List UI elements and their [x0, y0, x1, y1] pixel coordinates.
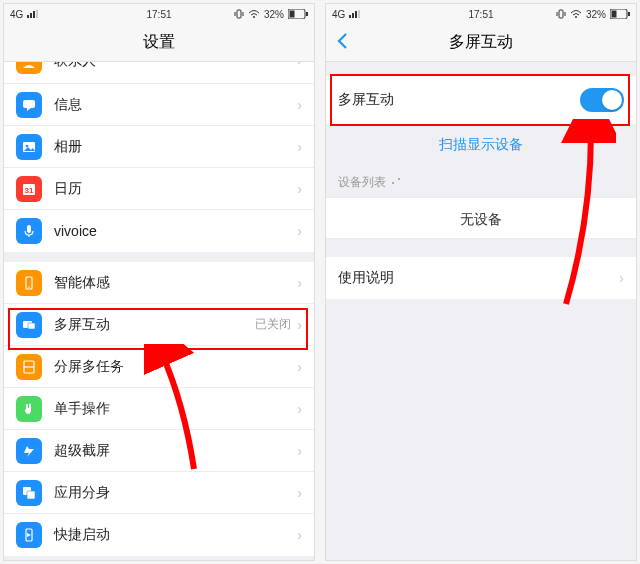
svg-rect-23 [28, 323, 35, 329]
chevron-right-icon: › [297, 97, 302, 113]
svg-rect-9 [290, 11, 295, 18]
network-label: 4G [10, 9, 23, 20]
chevron-right-icon: › [297, 359, 302, 375]
row-label: 智能体感 [54, 274, 297, 292]
row-multiscreen[interactable]: 多屏互动 已关闭 › [4, 304, 314, 346]
svg-rect-1 [30, 13, 32, 18]
row-multiscreen-toggle[interactable]: 多屏互动 [326, 76, 636, 124]
battery-icon [610, 9, 630, 19]
right-screen: 4G 17:51 32% 多屏互动 多屏互动 扫描显示设备 设备列表 无设备 [326, 4, 636, 560]
row-label: 分屏多任务 [54, 358, 297, 376]
svg-rect-18 [27, 225, 31, 233]
signal-icon [349, 10, 361, 18]
vivoice-icon [16, 218, 42, 244]
splitscreen-icon [16, 354, 42, 380]
svg-rect-0 [27, 15, 29, 18]
row-label: 使用说明 [338, 269, 619, 287]
row-value: 已关闭 [255, 316, 291, 333]
chevron-right-icon: › [619, 270, 624, 286]
row-label: 多屏互动 [54, 316, 255, 334]
row-vivoice[interactable]: vivoice › [4, 210, 314, 252]
svg-point-21 [28, 286, 30, 288]
svg-rect-31 [355, 11, 357, 18]
chevron-right-icon: › [297, 485, 302, 501]
supercapture-icon [16, 438, 42, 464]
row-contacts[interactable]: 联系人 › [4, 62, 314, 84]
nav-bar-multiscreen: 多屏互动 [326, 24, 636, 62]
chevron-left-icon [336, 32, 348, 50]
onehanded-icon [16, 396, 42, 422]
row-appclone[interactable]: 应用分身 › [4, 472, 314, 514]
svg-rect-30 [352, 13, 354, 18]
quickstart-icon [16, 522, 42, 548]
row-photos[interactable]: 相册 › [4, 126, 314, 168]
chevron-right-icon: › [297, 62, 302, 68]
svg-point-36 [575, 16, 577, 18]
row-label: 应用分身 [54, 484, 297, 502]
no-device-text: 无设备 [326, 197, 636, 239]
row-instructions[interactable]: 使用说明 › [326, 257, 636, 299]
chevron-right-icon: › [297, 401, 302, 417]
smartmotion-icon [16, 270, 42, 296]
back-button[interactable] [336, 32, 348, 54]
scan-devices-link[interactable]: 扫描显示设备 [326, 124, 636, 166]
multiscreen-icon [16, 312, 42, 338]
loading-spinner-icon [392, 178, 402, 188]
row-label: 单手操作 [54, 400, 297, 418]
svg-rect-12 [23, 100, 35, 108]
vibrate-icon [556, 9, 566, 19]
row-label: 快捷启动 [54, 526, 297, 544]
battery-pct: 32% [264, 9, 284, 20]
svg-rect-3 [36, 10, 38, 18]
svg-rect-33 [559, 10, 563, 18]
row-label: 联系人 [54, 62, 297, 70]
svg-point-7 [253, 16, 255, 18]
vibrate-icon [234, 9, 244, 19]
battery-pct: 32% [586, 9, 606, 20]
row-smartmotion[interactable]: 智能体感 › [4, 262, 314, 304]
signal-icon [27, 10, 39, 18]
svg-rect-32 [358, 10, 360, 18]
svg-rect-27 [27, 491, 35, 499]
svg-rect-2 [33, 11, 35, 18]
row-label: 相册 [54, 138, 297, 156]
row-label: 超级截屏 [54, 442, 297, 460]
row-messages[interactable]: 信息 › [4, 84, 314, 126]
row-supercapture[interactable]: 超级截屏 › [4, 430, 314, 472]
battery-icon [288, 9, 308, 19]
wifi-icon [248, 10, 260, 19]
svg-text:31: 31 [25, 186, 34, 195]
chevron-right-icon: › [297, 443, 302, 459]
svg-rect-29 [349, 15, 351, 18]
page-title: 设置 [143, 32, 175, 53]
row-splitscreen[interactable]: 分屏多任务 › [4, 346, 314, 388]
network-label: 4G [332, 9, 345, 20]
row-calendar[interactable]: 31 日历 › [4, 168, 314, 210]
row-label: vivoice [54, 223, 297, 239]
row-onehanded[interactable]: 单手操作 › [4, 388, 314, 430]
row-label: 信息 [54, 96, 297, 114]
status-time: 17:51 [146, 9, 171, 20]
settings-list[interactable]: 联系人 › 信息 › 相册 › 31 日历 [4, 62, 314, 556]
chevron-right-icon: › [297, 275, 302, 291]
chevron-right-icon: › [297, 223, 302, 239]
svg-point-14 [26, 144, 29, 147]
appclone-icon [16, 480, 42, 506]
toggle-label: 多屏互动 [338, 91, 580, 109]
messages-icon [16, 92, 42, 118]
left-screen: 4G 17:51 32% 设置 联系人 › [4, 4, 314, 560]
svg-rect-38 [612, 11, 617, 18]
chevron-right-icon: › [297, 181, 302, 197]
status-time: 17:51 [468, 9, 493, 20]
nav-bar-settings: 设置 [4, 24, 314, 62]
status-bar: 4G 17:51 32% [326, 4, 636, 24]
row-quickstart[interactable]: 快捷启动 › [4, 514, 314, 556]
photos-icon [16, 134, 42, 160]
svg-rect-10 [306, 12, 308, 16]
chevron-right-icon: › [297, 317, 302, 333]
multiscreen-toggle[interactable] [580, 88, 624, 112]
page-title: 多屏互动 [449, 32, 513, 53]
calendar-icon: 31 [16, 176, 42, 202]
svg-rect-39 [628, 12, 630, 16]
chevron-right-icon: › [297, 527, 302, 543]
